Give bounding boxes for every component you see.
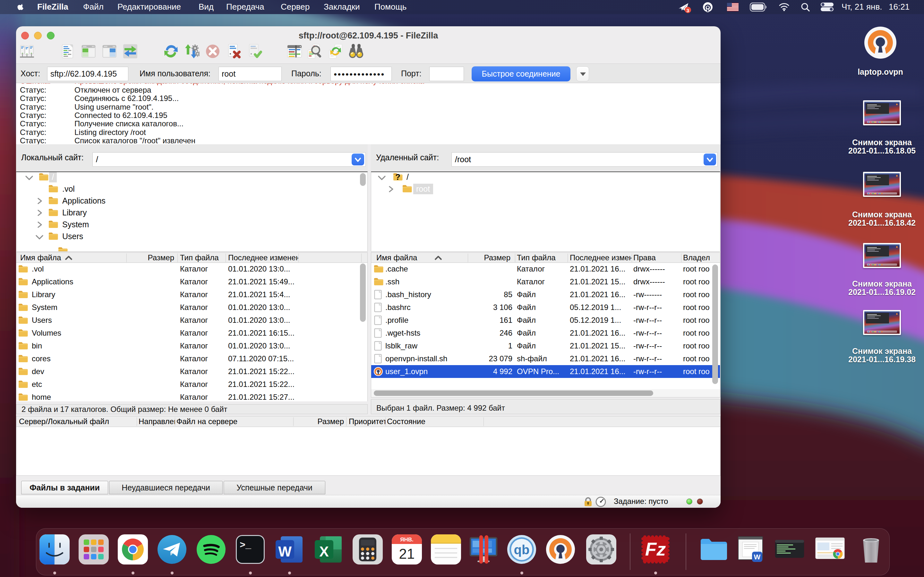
svg-text:qb: qb [514,543,530,557]
svg-text:Fz: Fz [645,538,666,559]
svg-text:3: 3 [687,8,689,13]
svg-text:21: 21 [399,546,415,562]
svg-text:X: X [319,544,328,559]
svg-text:W: W [754,553,761,561]
svg-text:ЯНВ.: ЯНВ. [400,537,414,543]
svg-text:W: W [278,544,292,559]
svg-text:>_: >_ [240,540,252,551]
